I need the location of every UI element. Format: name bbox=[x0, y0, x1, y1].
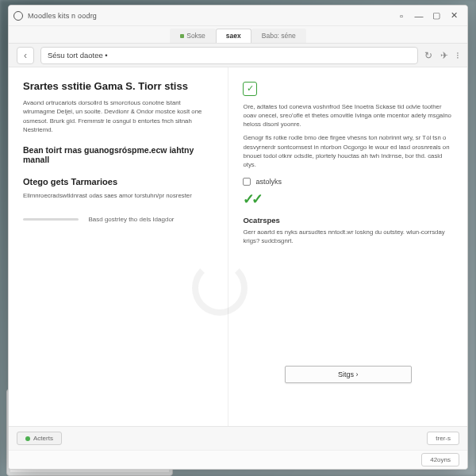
double-check-icon: ✓✓ bbox=[243, 190, 453, 208]
right-paragraph-1: Ore, adtates tod conevra voshnfrod Sée I… bbox=[243, 102, 453, 129]
send-icon[interactable]: ✈ bbox=[440, 50, 448, 61]
content-area: Srartes sstitie Gama S. Tiorr stiss Avao… bbox=[9, 67, 467, 426]
progress-bar bbox=[23, 218, 79, 221]
dialog-window: Moodles kits n oodrg ▫ — ▢ ✕ Sokse saex … bbox=[8, 5, 468, 470]
indicator-icon bbox=[180, 34, 184, 38]
checkbox-icon[interactable] bbox=[243, 178, 251, 186]
footer-left-label: Acterts bbox=[33, 435, 53, 442]
right-column: ✓ Ore, adtates tod conevra voshnfrod Sée… bbox=[228, 67, 467, 426]
address-bar: ‹ Sésu tort daotee • ↻ ✈ ⁝ bbox=[9, 44, 467, 67]
checkbox-row[interactable]: astolyks bbox=[243, 178, 453, 186]
tab-2[interactable]: Babo: séne bbox=[251, 29, 306, 43]
kebab-menu-icon[interactable]: ⁝ bbox=[456, 50, 459, 61]
primary-action-button[interactable]: Sitgs › bbox=[285, 366, 412, 383]
tab-2-label: Babo: séne bbox=[262, 32, 296, 40]
footer-right-label: trer-s bbox=[436, 435, 451, 442]
titlebar: Moodles kits n oodrg ▫ — ▢ ✕ bbox=[9, 6, 467, 26]
left-subheading-1: Bean toirt rnas guanogsróspme.ecw iahtny… bbox=[23, 145, 213, 164]
spinner-icon bbox=[192, 260, 228, 316]
right-paragraph-2: Genogr fis rotke rodle bmo dee firgee vh… bbox=[243, 133, 453, 169]
tab-1[interactable]: saex bbox=[216, 29, 251, 43]
window-close-button[interactable]: ✕ bbox=[445, 9, 463, 23]
subfooter-bar: 42oyns bbox=[9, 450, 467, 469]
progress-label: Basd gostrley tho dels Idagdor bbox=[88, 216, 174, 223]
back-button[interactable]: ‹ bbox=[17, 47, 34, 64]
app-icon bbox=[13, 11, 23, 21]
footer-left-pill[interactable]: Acterts bbox=[17, 432, 62, 445]
progress-row: Basd gostrley tho dels Idagdor bbox=[23, 211, 213, 225]
tab-0[interactable]: Sokse bbox=[170, 29, 216, 43]
footer-right-pill[interactable]: trer-s bbox=[427, 432, 459, 445]
left-subheading-2: Otego gets Tarmarioes bbox=[23, 177, 213, 186]
subfooter-pill[interactable]: 42oyns bbox=[421, 453, 459, 466]
footer-bar: Acterts trer-s bbox=[9, 426, 467, 450]
address-value: Sésu tort daotee • bbox=[48, 51, 108, 60]
checkbox-label: astolyks bbox=[255, 178, 282, 186]
window-title: Moodles kits n oodrg bbox=[28, 12, 97, 20]
refresh-icon[interactable]: ↻ bbox=[424, 50, 432, 61]
status-badge: ✓ bbox=[243, 82, 257, 96]
tab-1-label: saex bbox=[226, 32, 241, 40]
check-icon: ✓ bbox=[247, 83, 254, 94]
page-heading: Srartes sstitie Gama S. Tiorr stiss bbox=[23, 80, 213, 92]
tab-strip: Sokse saex Babo: séne bbox=[9, 26, 467, 44]
right-section-heading: Ocatrspes bbox=[243, 216, 453, 225]
left-paragraph-1: Avaond ortrucariots dorsollrd ts smorcri… bbox=[23, 98, 213, 134]
right-paragraph-3: Gerr aoartd es nyks aursudtes nntodt.wr … bbox=[243, 228, 453, 246]
window-maximize-button[interactable]: ▢ bbox=[428, 9, 445, 23]
primary-action-label: Sitgs › bbox=[338, 370, 359, 378]
subfooter-label: 42oyns bbox=[430, 456, 451, 463]
tab-0-label: Sokse bbox=[186, 32, 205, 40]
address-field[interactable]: Sésu tort daotee • bbox=[40, 47, 418, 64]
left-column: Srartes sstitie Gama S. Tiorr stiss Avao… bbox=[9, 67, 228, 426]
window-minimize-button[interactable]: — bbox=[410, 9, 428, 23]
status-dot-icon bbox=[25, 436, 30, 441]
window-extra-button[interactable]: ▫ bbox=[393, 9, 410, 23]
left-paragraph-2: Ellmnroecradswtldnrast odas saes amor to… bbox=[23, 191, 213, 200]
